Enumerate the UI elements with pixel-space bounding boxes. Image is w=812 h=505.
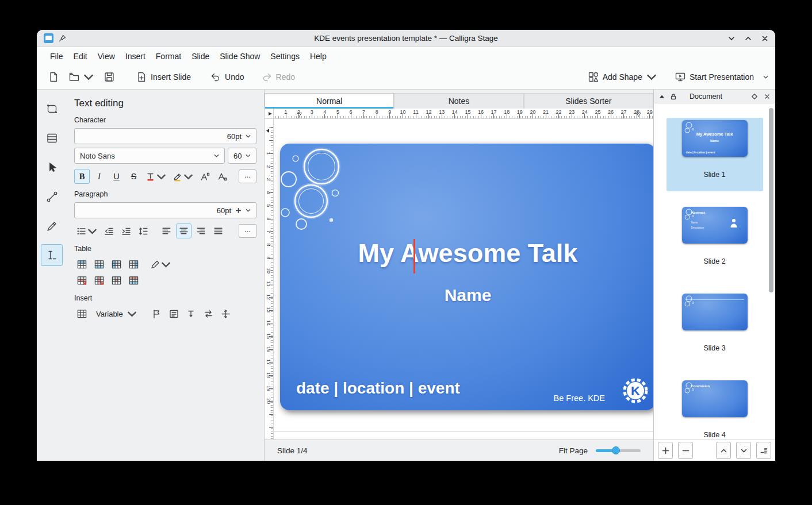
tab-slides-sorter[interactable]: Slides Sorter — [524, 93, 653, 109]
menu-format[interactable]: Format — [151, 49, 186, 64]
paragraph-section-label: Paragraph — [74, 190, 256, 198]
tool-text-editing[interactable] — [41, 244, 63, 266]
tool-interaction[interactable] — [41, 156, 63, 178]
add-slide-button[interactable] — [658, 442, 673, 459]
close-button[interactable] — [761, 35, 768, 42]
slide-thumbnail-2[interactable]: Abstract Name Description Slide 2 — [667, 205, 763, 278]
tool-shape-handling[interactable] — [41, 98, 63, 119]
underline-button[interactable]: U — [109, 169, 124, 184]
font-family-combobox[interactable]: Noto Sans — [74, 148, 225, 164]
zoom-slider-handle[interactable] — [612, 446, 620, 454]
decrease-indent-button[interactable] — [101, 223, 117, 238]
toolbar-overflow-chevron-icon[interactable] — [763, 75, 768, 79]
new-document-button[interactable] — [44, 68, 63, 86]
paragraph-spacing-combobox[interactable]: 60pt — [74, 202, 256, 218]
superscript-button[interactable] — [197, 169, 213, 184]
menu-file[interactable]: File — [45, 49, 68, 64]
slide-overview-button[interactable] — [756, 442, 771, 459]
open-document-button[interactable] — [64, 68, 98, 86]
slide-subtitle-text[interactable]: Name — [280, 286, 653, 305]
slide-editor[interactable]: My Awesome Talk Name date | location | e… — [280, 144, 653, 410]
subscript-button[interactable] — [215, 169, 230, 184]
bubbles-decoration — [280, 144, 386, 252]
insert-column-right-button[interactable] — [126, 257, 141, 272]
scrollbar-thumb[interactable] — [769, 108, 773, 292]
line-spacing-button[interactable] — [136, 223, 151, 238]
maximize-button[interactable] — [745, 35, 752, 42]
zoom-slider[interactable] — [596, 449, 641, 452]
slide-canvas[interactable]: My Awesome Talk Name date | location | e… — [274, 119, 653, 440]
font-size-combobox[interactable]: 60 — [228, 148, 256, 164]
thumbnail-scrollbar[interactable] — [769, 107, 774, 436]
titlebar[interactable]: KDE events presentation template * — Cal… — [37, 30, 775, 47]
lock-icon[interactable] — [670, 93, 677, 100]
add-shape-button[interactable]: Add Shape — [584, 68, 661, 86]
undo-icon — [210, 72, 221, 82]
character-style-combobox[interactable]: 60pt — [74, 128, 256, 144]
move-slide-up-button[interactable] — [716, 442, 731, 459]
delete-column-button[interactable] — [91, 273, 107, 288]
bold-button[interactable]: B — [74, 169, 90, 184]
font-color-button[interactable] — [143, 169, 168, 184]
tab-notes[interactable]: Notes — [394, 93, 523, 109]
close-docker-icon[interactable] — [764, 93, 771, 100]
undo-button[interactable]: Undo — [206, 68, 248, 86]
menu-help[interactable]: Help — [305, 49, 332, 64]
align-justify-button[interactable] — [210, 223, 226, 238]
align-left-button[interactable] — [159, 223, 174, 238]
tab-normal[interactable]: Normal — [265, 93, 394, 109]
highlight-color-button[interactable] — [170, 169, 196, 184]
paragraph-more-button[interactable]: ... — [239, 224, 256, 238]
minimize-button[interactable] — [728, 35, 735, 42]
split-cells-button[interactable] — [126, 273, 141, 288]
bookmark-button[interactable] — [149, 306, 164, 321]
insert-row-below-button[interactable] — [91, 257, 107, 272]
insert-table-button[interactable] — [74, 306, 90, 321]
horizontal-ruler[interactable]: 1234567891011121314151617181920212223242… — [274, 109, 653, 119]
slide-thumbnail-4[interactable]: Conclusion Slide 4 — [667, 378, 763, 440]
insert-text-direction-button[interactable] — [183, 306, 199, 321]
table-border-pen-button[interactable] — [148, 257, 173, 272]
insert-row-above-button[interactable] — [74, 257, 90, 272]
pin-icon[interactable] — [59, 34, 66, 42]
strikethrough-button[interactable]: S — [126, 169, 141, 184]
zoom-mode-label[interactable]: Fit Page — [559, 446, 588, 455]
character-more-button[interactable]: ... — [239, 169, 256, 183]
delete-slide-button[interactable] — [678, 442, 693, 459]
menu-slide[interactable]: Slide — [186, 49, 215, 64]
ruler-pointer-icon — [268, 111, 273, 116]
slide-footer-text[interactable]: date | location | event — [296, 379, 460, 398]
move-slide-down-button[interactable] — [736, 442, 751, 459]
delete-row-button[interactable] — [74, 273, 90, 288]
tool-slide-layout[interactable] — [41, 127, 63, 149]
collapse-arrow-icon[interactable] — [658, 93, 665, 100]
menu-edit[interactable]: Edit — [68, 49, 93, 64]
italic-button[interactable]: I — [91, 169, 107, 184]
save-button[interactable] — [99, 68, 119, 86]
align-right-button[interactable] — [193, 223, 209, 238]
page-edge-line — [274, 431, 653, 432]
tool-connection[interactable] — [41, 186, 63, 207]
menu-view[interactable]: View — [93, 49, 120, 64]
insert-frame-button[interactable] — [166, 306, 182, 321]
merge-cells-button[interactable] — [109, 273, 124, 288]
vertical-ruler[interactable]: 1234567891011121314151617181920 — [265, 119, 274, 440]
list-style-button[interactable] — [74, 223, 99, 238]
start-presentation-button[interactable]: Start Presentation — [671, 68, 759, 86]
float-docker-icon[interactable] — [751, 93, 758, 100]
menu-insert[interactable]: Insert — [120, 49, 151, 64]
change-tracking-button[interactable] — [201, 306, 216, 321]
resize-shape-button[interactable] — [218, 306, 233, 321]
insert-slide-button[interactable]: Insert Slide — [132, 68, 196, 86]
increase-indent-button[interactable] — [118, 223, 134, 238]
variable-dropdown[interactable]: Variable — [91, 306, 141, 321]
slide-thumbnail-3[interactable]: Slide 3 — [667, 291, 763, 365]
insert-column-left-button[interactable] — [109, 257, 124, 272]
tool-calligraphy[interactable] — [41, 215, 63, 237]
menu-slide-show[interactable]: Slide Show — [215, 49, 265, 64]
menu-settings[interactable]: Settings — [265, 49, 305, 64]
redo-button[interactable]: Redo — [257, 68, 300, 86]
align-center-button[interactable] — [176, 223, 191, 238]
slide-thumbnail-1[interactable]: My Awesome Talk Name date | location | e… — [667, 118, 763, 191]
slide-title-text[interactable]: My Awesome Talk — [280, 238, 653, 268]
